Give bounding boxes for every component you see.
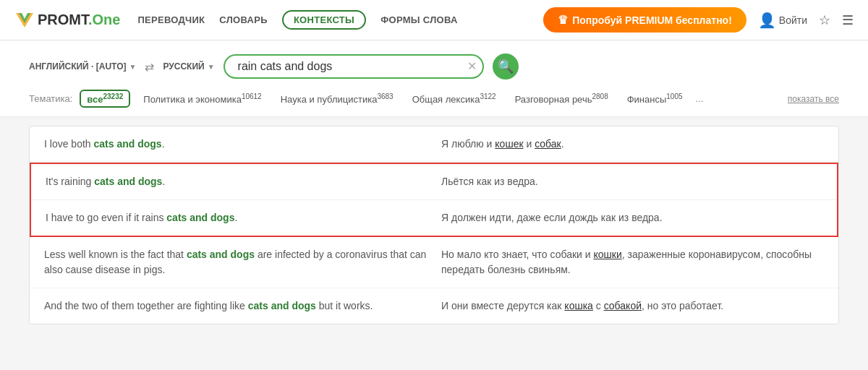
- clear-button[interactable]: ✕: [467, 61, 477, 72]
- result-en: And the two of them together are fightin…: [44, 298, 427, 314]
- highlight: cats and dogs: [166, 212, 234, 223]
- user-icon: 👤: [758, 12, 776, 29]
- topics-row: Тематика: все23232 Политика и экономика1…: [29, 90, 839, 108]
- search-input[interactable]: [238, 60, 461, 73]
- highlight: cats and dogs: [94, 176, 162, 187]
- search-box: ✕: [224, 54, 484, 79]
- table-row: It's raining cats and dogs. Льётся как и…: [31, 164, 837, 200]
- table-row: I love both cats and dogs. Я люблю и кош…: [30, 126, 838, 163]
- topic-politics[interactable]: Политика и экономика10612: [137, 91, 267, 106]
- results-section: I love both cats and dogs. Я люблю и кош…: [0, 117, 868, 333]
- highlight: cats and dogs: [187, 249, 255, 260]
- table-row: I have to go even if it rains cats and d…: [31, 200, 837, 236]
- result-ru: Льётся как из ведра.: [441, 174, 822, 189]
- target-language-selector[interactable]: РУССКИЙ ▼: [163, 61, 214, 72]
- topic-colloquial[interactable]: Разговорная речь2808: [509, 91, 614, 106]
- login-button[interactable]: 👤 Войти: [758, 12, 807, 29]
- result-en: Less well known is the fact that cats an…: [44, 247, 427, 278]
- show-all-topics[interactable]: показать все: [788, 94, 839, 104]
- result-ru: Я должен идти, даже если дождь как из ве…: [441, 210, 822, 225]
- result-ru: Но мало кто знает, что собаки и кошки, з…: [441, 247, 824, 278]
- logo[interactable]: PROMT.One: [14, 10, 120, 30]
- topic-science[interactable]: Наука и публицистика3683: [275, 91, 399, 106]
- logo-icon: [14, 10, 35, 30]
- ru-link[interactable]: собак: [535, 138, 561, 150]
- result-en: I love both cats and dogs.: [44, 137, 427, 152]
- ru-link[interactable]: кошек: [495, 138, 523, 150]
- result-ru: И они вместе дерутся как кошка с собакой…: [441, 298, 824, 314]
- header-right: ♛ Попробуй PREMIUM бесплатно! 👤 Войти ☆ …: [543, 7, 854, 33]
- table-row: And the two of them together are fightin…: [30, 288, 838, 324]
- result-en: It's raining cats and dogs.: [46, 174, 427, 189]
- topic-general[interactable]: Общая лексика3122: [407, 91, 502, 106]
- main-nav: ПЕРЕВОДЧИК СЛОВАРЬ КОНТЕКСТЫ ФОРМЫ СЛОВА: [137, 10, 457, 30]
- target-language-label: РУССКИЙ: [163, 61, 204, 72]
- premium-label: Попробуй PREMIUM бесплатно!: [572, 14, 732, 26]
- swap-languages-icon[interactable]: ⇄: [145, 60, 154, 74]
- menu-icon[interactable]: ☰: [842, 12, 854, 28]
- result-en: I have to go even if it rains cats and d…: [46, 210, 427, 225]
- source-language-selector[interactable]: АНГЛИЙСКИЙ · [AUTO] ▼: [29, 61, 136, 72]
- table-row: Less well known is the fact that cats an…: [30, 237, 838, 288]
- highlight: cats and dogs: [94, 138, 162, 150]
- nav-translator[interactable]: ПЕРЕВОДЧИК: [137, 14, 205, 25]
- source-language-label: АНГЛИЙСКИЙ · [AUTO]: [29, 61, 127, 72]
- results-card: I love both cats and dogs. Я люблю и кош…: [29, 126, 839, 324]
- topic-finance[interactable]: Финансы1005: [621, 91, 689, 106]
- source-language-arrow: ▼: [129, 63, 137, 71]
- target-language-arrow: ▼: [208, 63, 215, 71]
- header: PROMT.One ПЕРЕВОДЧИК СЛОВАРЬ КОНТЕКСТЫ Ф…: [0, 0, 868, 40]
- search-button[interactable]: 🔍: [493, 53, 519, 79]
- ru-link[interactable]: собакой: [604, 300, 642, 311]
- search-row: АНГЛИЙСКИЙ · [AUTO] ▼ ⇄ РУССКИЙ ▼ ✕ 🔍: [29, 53, 839, 79]
- nav-word-forms[interactable]: ФОРМЫ СЛОВА: [380, 14, 458, 25]
- nav-contexts[interactable]: КОНТЕКСТЫ: [282, 10, 366, 30]
- highlighted-block: It's raining cats and dogs. Льётся как и…: [30, 163, 838, 237]
- topics-label: Тематика:: [29, 93, 72, 104]
- nav-dictionary[interactable]: СЛОВАРЬ: [219, 14, 268, 25]
- highlight: cats and dogs: [248, 300, 316, 311]
- login-label: Войти: [779, 14, 807, 26]
- topics-more[interactable]: ...: [696, 93, 704, 104]
- search-icon: 🔍: [498, 59, 514, 74]
- ru-link[interactable]: кошки: [594, 249, 622, 260]
- crown-icon: ♛: [558, 13, 568, 27]
- premium-button[interactable]: ♛ Попробуй PREMIUM бесплатно!: [543, 7, 746, 33]
- search-section: АНГЛИЙСКИЙ · [AUTO] ▼ ⇄ РУССКИЙ ▼ ✕ 🔍 Те…: [0, 40, 868, 117]
- logo-text: PROMT.One: [38, 12, 120, 28]
- favorites-icon[interactable]: ☆: [819, 12, 830, 28]
- result-ru: Я люблю и кошек и собак.: [441, 137, 824, 152]
- topic-all[interactable]: все23232: [80, 90, 130, 108]
- ru-link[interactable]: кошка: [564, 300, 593, 311]
